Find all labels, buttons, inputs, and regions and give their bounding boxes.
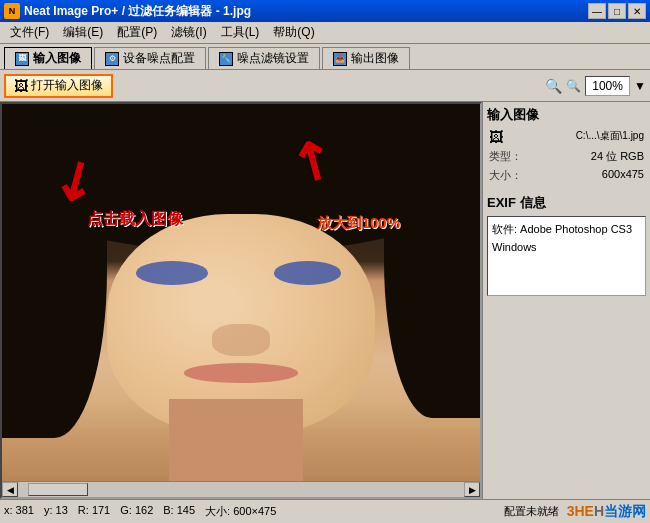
right-panel: 输入图像 🖼 C:\...\桌面\1.jpg 类型： 24 位 RGB 大小： … — [482, 102, 650, 499]
scroll-track-h[interactable] — [18, 482, 464, 497]
file-path-row: 🖼 C:\...\桌面\1.jpg — [487, 128, 646, 146]
exif-content-box: 软件: Adobe Photoshop CS3 Windows — [487, 216, 646, 296]
menu-edit[interactable]: 编辑(E) — [57, 23, 109, 43]
maximize-button[interactable]: □ — [608, 3, 626, 19]
type-label: 类型： — [489, 149, 522, 164]
status-right: 配置未就绪 3HEH当游网 — [504, 503, 646, 521]
tab-device-profile[interactable]: ⚙ 设备噪点配置 — [94, 47, 206, 69]
file-icon: 🖼 — [489, 129, 503, 145]
tab-noise-filter[interactable]: 🔧 噪点滤镜设置 — [208, 47, 320, 69]
menu-help[interactable]: 帮助(Q) — [267, 23, 320, 43]
file-path: C:\...\桌面\1.jpg — [576, 129, 644, 145]
tab-filter-label: 噪点滤镜设置 — [237, 50, 309, 67]
input-image-section: 输入图像 🖼 C:\...\桌面\1.jpg 类型： 24 位 RGB 大小： … — [487, 106, 646, 186]
status-bar: x: 381 y: 13 R: 171 G: 162 B: 145 大小: 60… — [0, 499, 650, 523]
tab-device-icon: ⚙ — [105, 52, 119, 66]
status-y: y: 13 — [44, 504, 68, 519]
close-button[interactable]: ✕ — [628, 3, 646, 19]
zoom-separator: 🔍 — [566, 79, 581, 93]
open-image-label: 打开输入图像 — [31, 77, 103, 94]
menu-config[interactable]: 配置(P) — [111, 23, 163, 43]
open-image-icon: 🖼 — [14, 78, 28, 94]
menu-filter[interactable]: 滤镜(I) — [165, 23, 212, 43]
status-b: B: 145 — [163, 504, 195, 519]
annotation-text-left: 点击载入图像 — [87, 209, 183, 230]
canvas-area: ↙ 点击载入图像 ↗ 放大到100% ◀ ▶ — [0, 102, 482, 499]
scroll-left-button[interactable]: ◀ — [2, 482, 18, 497]
title-buttons: — □ ✕ — [588, 3, 646, 19]
exif-title: EXIF 信息 — [487, 194, 646, 212]
zoom-icon: 🔍 — [545, 78, 562, 94]
type-row: 类型： 24 位 RGB — [487, 148, 646, 165]
tab-input-icon: 🖼 — [15, 52, 29, 66]
action-toolbar: 🖼 打开输入图像 🔍 🔍 ▼ — [0, 70, 650, 102]
watermark-text: 3HEH当游网 — [567, 503, 646, 521]
type-value: 24 位 RGB — [591, 149, 644, 164]
app-icon: N — [4, 3, 20, 19]
size-row: 大小： 600x475 — [487, 167, 646, 184]
menu-bar: 文件(F) 编辑(E) 配置(P) 滤镜(I) 工具(L) 帮助(Q) — [0, 22, 650, 44]
minimize-button[interactable]: — — [588, 3, 606, 19]
main-content: ↙ 点击载入图像 ↗ 放大到100% ◀ ▶ 输入图像 🖼 C:\...\桌面\… — [0, 102, 650, 499]
menu-tools[interactable]: 工具(L) — [215, 23, 266, 43]
zoom-area: 🔍 🔍 ▼ — [545, 76, 646, 96]
panel-title: 输入图像 — [487, 106, 646, 124]
lips — [184, 363, 299, 383]
tab-output-icon: 📤 — [333, 52, 347, 66]
tab-output-image[interactable]: 📤 输出图像 — [322, 47, 410, 69]
tab-input-image[interactable]: 🖼 输入图像 — [4, 47, 92, 69]
status-r: R: 171 — [78, 504, 110, 519]
size-value: 600x475 — [602, 168, 644, 183]
menu-file[interactable]: 文件(F) — [4, 23, 55, 43]
open-image-button[interactable]: 🖼 打开输入图像 — [4, 74, 113, 98]
tab-device-label: 设备噪点配置 — [123, 50, 195, 67]
hair-left — [2, 104, 107, 438]
status-x: x: 381 — [4, 504, 34, 519]
annotation-text-right: 放大到100% — [317, 214, 400, 233]
eye-left — [136, 261, 208, 285]
hair-right — [384, 104, 480, 418]
title-bar-left: N Neat Image Pro+ / 过滤任务编辑器 - 1.jpg — [4, 3, 251, 20]
status-size: 大小: 600×475 — [205, 504, 276, 519]
nose — [212, 324, 269, 355]
tab-output-label: 输出图像 — [351, 50, 399, 67]
scroll-right-button[interactable]: ▶ — [464, 482, 480, 497]
zoom-input[interactable] — [585, 76, 630, 96]
size-label: 大小： — [489, 168, 522, 183]
status-g: G: 162 — [120, 504, 153, 519]
scroll-horizontal: ◀ ▶ — [2, 481, 480, 497]
scroll-thumb-h[interactable] — [28, 483, 88, 496]
title-text: Neat Image Pro+ / 过滤任务编辑器 - 1.jpg — [24, 3, 251, 20]
status-config: 配置未就绪 — [504, 504, 559, 519]
zoom-dropdown-icon[interactable]: ▼ — [634, 79, 646, 93]
tab-filter-icon: 🔧 — [219, 52, 233, 66]
eye-right — [274, 261, 341, 285]
toolbar-tabs: 🖼 输入图像 ⚙ 设备噪点配置 🔧 噪点滤镜设置 📤 输出图像 — [0, 44, 650, 70]
exif-section: EXIF 信息 软件: Adobe Photoshop CS3 Windows — [487, 194, 646, 296]
tab-input-label: 输入图像 — [33, 50, 81, 67]
exif-content: 软件: Adobe Photoshop CS3 Windows — [492, 223, 632, 253]
status-left: x: 381 y: 13 R: 171 G: 162 B: 145 大小: 60… — [4, 504, 276, 519]
title-bar: N Neat Image Pro+ / 过滤任务编辑器 - 1.jpg — □ … — [0, 0, 650, 22]
